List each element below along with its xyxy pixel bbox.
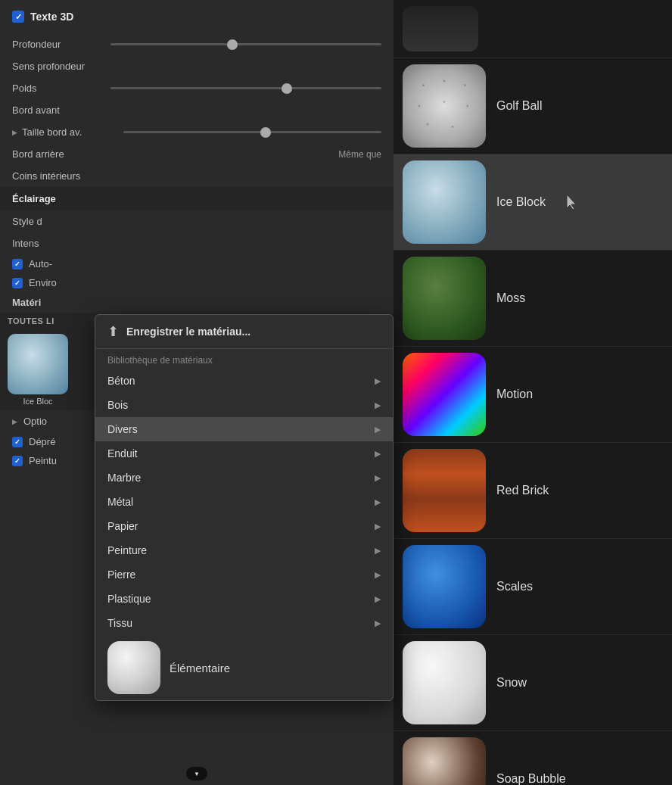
snow-name: Snow xyxy=(496,676,527,690)
red-brick-preview xyxy=(403,449,486,532)
texte3d-checkbox[interactable] xyxy=(12,11,24,23)
bois-label: Bois xyxy=(107,399,128,411)
dropdown-item-pierre[interactable]: Pierre ▶ xyxy=(95,562,393,587)
elementaire-item[interactable]: Élémentaire xyxy=(95,635,393,700)
material-item-top[interactable] xyxy=(394,0,672,58)
taille-bord-label: Taille bord av. xyxy=(22,126,113,138)
enduit-chevron-icon: ▶ xyxy=(375,449,381,459)
profondeur-slider[interactable] xyxy=(110,43,381,45)
thumb-label: Ice Bloc xyxy=(23,394,52,406)
soap-bubble-name: Soap Bubble xyxy=(496,772,566,785)
dropdown-item-marbre[interactable]: Marbre ▶ xyxy=(95,466,393,490)
marbre-label: Marbre xyxy=(107,472,141,484)
enviro-label: Enviro xyxy=(29,277,57,288)
options-arrow-icon: ▶ xyxy=(12,418,17,425)
dropdown-item-papier[interactable]: Papier ▶ xyxy=(95,514,393,538)
dropdown-item-divers[interactable]: Divers ▶ xyxy=(95,417,393,441)
enduit-label: Enduit xyxy=(107,447,138,459)
ice-block-thumb[interactable] xyxy=(8,334,68,394)
enviro-checkbox[interactable] xyxy=(12,278,23,288)
poids-label: Poids xyxy=(12,83,103,94)
divers-chevron-icon: ▶ xyxy=(375,425,381,435)
pierre-chevron-icon: ▶ xyxy=(375,570,381,580)
auto-label: Auto- xyxy=(29,258,52,269)
eclairage-section: Éclairage xyxy=(0,187,394,210)
sens-profondeur-row: Sens profondeur xyxy=(0,55,394,77)
bord-arriere-row: Bord arrière Même que xyxy=(0,143,394,165)
material-item-red-brick[interactable]: Red Brick xyxy=(394,443,672,539)
soap-bubble-preview xyxy=(403,737,486,785)
auto-checkbox-row: Auto- xyxy=(0,254,394,273)
papier-label: Papier xyxy=(107,520,138,532)
intensite-label: Intens xyxy=(12,238,103,249)
panel-header: Texte 3D xyxy=(0,0,394,33)
peinture-label: Peinture xyxy=(107,544,147,556)
dropdown-item-bois[interactable]: Bois ▶ xyxy=(95,393,393,417)
taille-bord-row: ▶ Taille bord av. xyxy=(0,121,394,143)
save-material-label: Enregistrer le matériau... xyxy=(126,326,250,338)
poids-slider[interactable] xyxy=(110,87,381,89)
material-item-scales[interactable]: Scales xyxy=(394,539,672,635)
peinture-chevron-icon: ▶ xyxy=(375,546,381,556)
golf-ball-name: Golf Ball xyxy=(496,99,542,113)
depre-label: Dépré xyxy=(29,436,55,447)
elementaire-thumb xyxy=(107,641,160,694)
style-label: Style d xyxy=(12,216,103,227)
dropdown-item-peinture[interactable]: Peinture ▶ xyxy=(95,538,393,562)
library-section-title: Bibliothèque de matériaux xyxy=(95,349,393,369)
ice-block-name: Ice Block xyxy=(496,195,546,209)
dropdown-item-plastique[interactable]: Plastique ▶ xyxy=(95,587,393,611)
peintu-checkbox[interactable] xyxy=(12,456,23,466)
save-material-button[interactable]: ⬆ Enregistrer le matériau... xyxy=(95,315,393,349)
scales-name: Scales xyxy=(496,580,533,593)
metal-label: Métal xyxy=(107,496,133,508)
material-item-ice-block[interactable]: Ice Block xyxy=(394,154,672,251)
bord-avant-label: Bord avant xyxy=(12,104,103,116)
dropdown-item-enduit[interactable]: Enduit ▶ xyxy=(95,441,393,466)
dropdown-item-metal[interactable]: Métal ▶ xyxy=(95,490,393,514)
all-materials-label: TOUTES LI xyxy=(8,316,54,326)
material-item-soap-bubble[interactable]: Soap Bubble xyxy=(394,731,672,785)
profondeur-label: Profondeur xyxy=(12,39,103,50)
material-item-golf-ball[interactable]: Golf Ball xyxy=(394,58,672,154)
taille-bord-slider[interactable] xyxy=(123,131,381,133)
marbre-chevron-icon: ▶ xyxy=(375,473,381,483)
papier-chevron-icon: ▶ xyxy=(375,522,381,531)
plastique-label: Plastique xyxy=(107,593,151,605)
material-item-moss[interactable]: Moss xyxy=(394,251,672,347)
beton-label: Béton xyxy=(107,375,135,387)
dropdown-item-beton[interactable]: Béton ▶ xyxy=(95,369,393,393)
same-que-text: Même que xyxy=(338,149,381,160)
golf-ball-preview xyxy=(403,64,486,148)
plastique-chevron-icon: ▶ xyxy=(375,594,381,604)
dropdown-item-tissu[interactable]: Tissu ▶ xyxy=(95,611,393,635)
intensite-row: Intens xyxy=(0,232,394,254)
material-item-motion[interactable]: Motion xyxy=(394,347,672,443)
depre-checkbox[interactable] xyxy=(12,437,23,447)
panel-title: Texte 3D xyxy=(30,11,73,23)
save-icon: ⬆ xyxy=(107,323,119,340)
coins-row: Coins intérieurs xyxy=(0,165,394,187)
beton-chevron-icon: ▶ xyxy=(375,376,381,386)
poids-row: Poids xyxy=(0,77,394,99)
options-label: Optio xyxy=(23,416,47,427)
divers-label: Divers xyxy=(107,423,138,435)
profondeur-row: Profondeur xyxy=(0,33,394,55)
pierre-label: Pierre xyxy=(107,569,135,581)
auto-checkbox[interactable] xyxy=(12,259,23,269)
motion-preview xyxy=(403,353,486,436)
moss-name: Moss xyxy=(496,291,525,305)
bois-chevron-icon: ▶ xyxy=(375,400,381,410)
metal-chevron-icon: ▶ xyxy=(375,497,381,507)
dark-top-preview xyxy=(403,6,478,51)
taille-bord-arrow: ▶ xyxy=(12,129,17,136)
svg-marker-0 xyxy=(567,195,576,210)
scales-preview xyxy=(403,545,486,628)
sens-profondeur-label: Sens profondeur xyxy=(12,61,103,72)
red-brick-name: Red Brick xyxy=(496,484,549,497)
bord-avant-row: Bord avant xyxy=(0,99,394,121)
tissu-label: Tissu xyxy=(107,617,132,629)
right-panel: Golf Ball Ice Block Moss Motion Red Bric… xyxy=(394,0,672,785)
peintu-label: Peintu xyxy=(29,455,57,466)
material-item-snow[interactable]: Snow xyxy=(394,635,672,731)
